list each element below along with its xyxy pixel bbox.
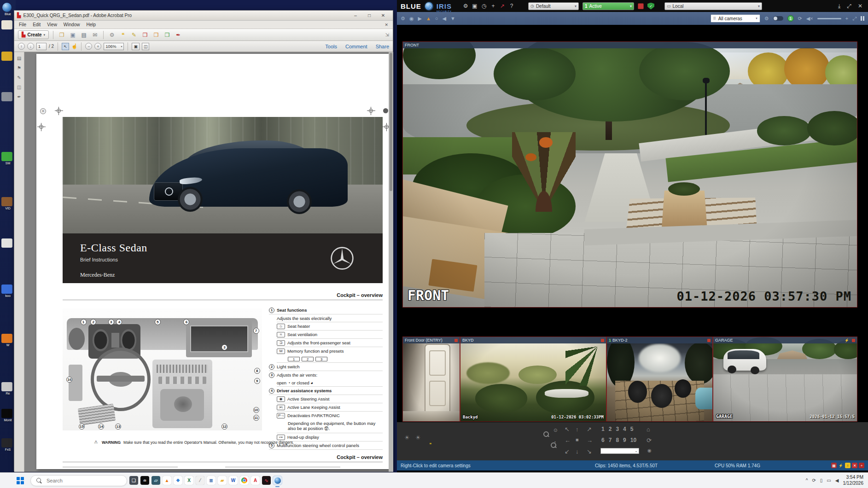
brightness-icon[interactable]: ☀ — [404, 434, 410, 441]
cycle-toggle[interactable] — [773, 16, 783, 21]
thumbnail-bkyd-2[interactable]: 1 BKYD-2 — [606, 337, 713, 422]
maximize-button[interactable]: □ — [362, 12, 376, 19]
gear-icon[interactable]: ⚙ — [108, 31, 116, 39]
vertical-scrollbar[interactable] — [389, 52, 393, 472]
desktop-icon-w[interactable] — [1, 334, 12, 343]
pause-icon[interactable] — [861, 16, 864, 21]
ptz-preset-8[interactable]: 8 — [616, 437, 619, 443]
desktop-icon-blueiris[interactable] — [2, 3, 12, 12]
signatures-icon[interactable]: ✒ — [16, 93, 23, 100]
desktop-icon-document[interactable] — [1, 20, 12, 29]
schedule-select[interactable]: 1 Active ▾ — [583, 2, 634, 10]
export-pdf-icon[interactable]: ❒ — [141, 31, 149, 39]
ptz-up-right-icon[interactable]: ↗ — [587, 426, 592, 433]
save-icon[interactable]: ▣ — [69, 31, 77, 39]
camera-select[interactable]: ⠿ All cameras ▾ — [711, 14, 760, 23]
desktop-icon-sm[interactable] — [1, 152, 12, 161]
taskbar-word-icon[interactable]: W — [229, 476, 238, 485]
ptz-move-icon[interactable]: + — [489, 3, 498, 9]
comment-tab[interactable]: Comment — [345, 44, 367, 49]
ptz-patrol-icon[interactable]: ⟳ — [647, 437, 652, 444]
attachments-icon[interactable]: ✎ — [16, 74, 23, 81]
menu-window[interactable]: Window — [64, 22, 80, 27]
desktop-icon-white[interactable] — [1, 238, 12, 248]
taskbar-files-icon[interactable]: ❏ — [129, 476, 138, 485]
status-error-icon[interactable]: ✕ — [852, 463, 857, 468]
sign-icon[interactable]: ✒ — [174, 31, 182, 39]
page-thumbnails-icon[interactable]: ▤ — [16, 54, 23, 62]
ptz-stop-icon[interactable]: ■ — [576, 437, 579, 442]
create-pdf-icon[interactable]: ❒ — [152, 31, 160, 39]
desktop-icon-vid[interactable] — [1, 197, 12, 206]
download-icon[interactable]: ⤓ — [838, 3, 840, 9]
ptz-preset-6[interactable]: 6 — [601, 437, 605, 443]
acrobat-document-area[interactable]: ✕ E-Class Sedan Br — [24, 52, 393, 472]
help-icon[interactable]: ? — [507, 3, 516, 9]
tray-volume-icon[interactable]: ◀ — [835, 478, 839, 483]
network-icon[interactable]: ▭ — [827, 478, 831, 483]
settings-gear-icon[interactable]: ⚙ — [461, 3, 470, 9]
select-tool-icon[interactable]: ↖ — [62, 43, 69, 50]
share-tab[interactable]: Share — [376, 44, 389, 49]
taskbar-word-doc-icon[interactable]: ≣ — [207, 476, 216, 485]
ptz-left-icon[interactable]: ← — [565, 437, 571, 444]
traffic-signal-button[interactable] — [638, 3, 644, 9]
mic-icon[interactable]: ▼ — [450, 16, 455, 21]
taskbar-notes-icon[interactable]: ▱ — [151, 476, 160, 485]
taskbar-blueiris-icon[interactable] — [273, 476, 282, 485]
fullscreen-icon[interactable]: ⤢ — [847, 3, 851, 9]
blueiris-close-icon[interactable]: ✕ — [858, 3, 862, 9]
reduce-pdf-icon[interactable]: ❒ — [163, 31, 171, 39]
speaker-icon[interactable]: ◀ — [443, 16, 446, 22]
taskbar-vlc-icon[interactable]: ▲ — [163, 476, 171, 485]
print-icon[interactable]: ▤ — [80, 31, 88, 39]
view-settings-gear-icon[interactable]: ⚙ — [764, 16, 769, 22]
ptz-preset-2[interactable]: 2 — [609, 426, 612, 432]
ptz-preset-3[interactable]: 3 — [616, 426, 619, 432]
taskbar-clock[interactable]: 3:54 PM 1/12/2026 — [843, 475, 864, 486]
document-close-icon[interactable]: ✕ — [384, 23, 388, 27]
ptz-up-icon[interactable]: ↑ — [576, 426, 579, 433]
thumbnail-garage[interactable]: GARAGE ⚡ GARAGE 2026-01-12 15:57:5 — [713, 337, 857, 422]
taskbar-chrome-icon[interactable] — [240, 476, 249, 485]
next-page-icon[interactable]: ↓ — [27, 43, 34, 50]
fit-page-icon[interactable]: ◫ — [142, 43, 150, 50]
desktop-icon-monitor[interactable] — [1, 409, 12, 418]
server-select[interactable]: ▭ Local ▾ — [664, 2, 762, 10]
start-button[interactable] — [17, 477, 24, 484]
battery-icon[interactable]: ▯ — [820, 478, 823, 483]
zoom-in-icon[interactable]: + — [94, 43, 101, 50]
status-grid-icon[interactable]: ▦ — [831, 463, 837, 468]
tools-tab[interactable]: Tools — [325, 44, 337, 49]
ptz-preset-7[interactable]: 7 — [609, 437, 612, 443]
status-shield-icon[interactable]: + — [859, 463, 864, 468]
acrobat-titlebar[interactable]: ▙ E300_Quick QRG_E_Sedan.pdf - Adobe Acr… — [14, 11, 393, 21]
preset-select[interactable]: ⌄ — [600, 448, 639, 454]
ptz-preset-10[interactable]: 10 — [630, 437, 636, 443]
schedule-clock-icon[interactable]: ◷ — [479, 3, 489, 9]
focus-near-icon[interactable]: • — [554, 440, 556, 444]
zoom-level-select[interactable]: 106%▾ — [104, 43, 124, 50]
desktop-icon-yellow[interactable] — [1, 52, 12, 61]
shield-icon[interactable]: ✓ — [647, 3, 654, 10]
ptz-preset-5[interactable]: 5 — [630, 426, 634, 432]
toolbar-expand-icon[interactable]: ⇲ — [385, 32, 389, 37]
status-warning-icon[interactable]: ! — [845, 463, 851, 468]
minimize-button[interactable]: – — [349, 12, 362, 19]
taskbar-folder-icon[interactable]: ▰ — [218, 476, 227, 485]
contrast-icon[interactable]: ☀ — [415, 434, 421, 441]
focus-far-icon[interactable]: ⊙ — [553, 428, 557, 433]
close-button[interactable]: ✕ — [376, 12, 390, 19]
ptz-down-left-icon[interactable]: ↙ — [565, 448, 570, 455]
expand-icon[interactable]: ⤢ — [852, 16, 856, 22]
menu-view[interactable]: View — [47, 22, 57, 27]
ptz-location-icon[interactable]: ◉ — [647, 448, 652, 453]
blueiris-statusbar[interactable]: Right-Click to edit camera settings Clip… — [397, 460, 868, 471]
ptz-zoom-in-icon[interactable] — [543, 431, 549, 437]
taskbar-tool-icon[interactable]: ⁄ — [196, 476, 204, 485]
clips-icon[interactable]: ▣ — [470, 3, 479, 9]
desktop-icon-gray[interactable] — [1, 92, 12, 101]
ptz-preset-9[interactable]: 9 — [623, 437, 626, 443]
ptz-up-left-icon[interactable]: ↖ — [565, 426, 570, 433]
open-file-icon[interactable]: ❐ — [58, 31, 66, 39]
